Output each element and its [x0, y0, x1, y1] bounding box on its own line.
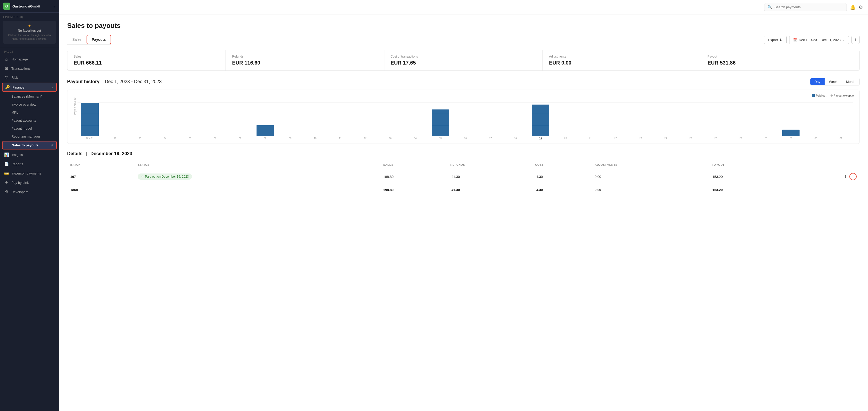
info-icon: i [855, 38, 856, 42]
sidebar-item-reporting-manager[interactable]: Reporting manager [0, 132, 59, 140]
bar-col[interactable] [253, 95, 277, 136]
x-axis-label: 25 [678, 137, 703, 139]
info-button[interactable]: i [851, 36, 860, 44]
total-actions [784, 184, 860, 196]
details-date: December 19, 2023 [90, 151, 132, 156]
bar-col[interactable] [428, 95, 453, 136]
x-axis-label: Dec 01 [78, 137, 102, 139]
sidebar-item-payout-model[interactable]: Payout model [0, 125, 59, 132]
sidebar-item-invoice-overview[interactable]: Invoice overview [0, 100, 59, 108]
bar-col[interactable] [128, 95, 152, 136]
export-button[interactable]: Export ⬇ [764, 36, 787, 44]
expand-row-button[interactable]: ⌄ [849, 173, 857, 180]
bar-col[interactable] [728, 95, 753, 136]
cell-sales: 198.80 [380, 169, 447, 184]
sidebar-item-sales-to-payouts[interactable]: Sales to payouts ☆ [2, 141, 57, 149]
shield-icon: 🛡 [4, 75, 9, 80]
payout-chart: Paid out Payout exception Payout amount … [67, 90, 860, 144]
x-axis-label: 28 [753, 137, 778, 139]
x-axis-label: 31 [829, 137, 853, 139]
bar-col[interactable] [628, 95, 653, 136]
bar-col[interactable] [153, 95, 178, 136]
x-axis-label: 07 [227, 137, 252, 139]
bar-col[interactable] [753, 95, 778, 136]
favorite-star-icon[interactable]: ☆ [51, 143, 54, 147]
favorites-box: ★ No favorites yet Click on the star on … [3, 21, 56, 44]
bar-col[interactable] [303, 95, 328, 136]
chart-inner: Dec 010203040506070809101112131415161718… [78, 95, 853, 139]
sidebar-item-risk[interactable]: 🛡 Risk [0, 73, 59, 82]
sidebar-item-label: Finance [12, 85, 48, 89]
sidebar-item-insights[interactable]: 📊 Insights [0, 150, 59, 159]
bar-col[interactable] [178, 95, 203, 136]
bar-col[interactable] [528, 95, 553, 136]
sidebar-item-mpl[interactable]: MPL [0, 108, 59, 116]
user-settings-icon[interactable]: ⚙ [859, 4, 863, 10]
brand-chevron-icon: ⌄ [53, 4, 56, 8]
cell-actions: ⬇ ⌄ [784, 169, 860, 184]
bar-col[interactable] [453, 95, 478, 136]
view-btn-week[interactable]: Week [825, 78, 842, 85]
bar-col[interactable] [403, 95, 428, 136]
details-section: Details | December 19, 2023 BATCH STATUS… [67, 151, 860, 196]
x-axis-label: 17 [478, 137, 503, 139]
bar-col[interactable] [778, 95, 803, 136]
bar-col[interactable] [829, 95, 853, 136]
download-icon[interactable]: ⬇ [844, 174, 847, 179]
bar-col[interactable] [653, 95, 678, 136]
bar-col[interactable] [603, 95, 628, 136]
summary-label: Adjustments [549, 55, 695, 58]
sidebar-item-developers[interactable]: ⚙ Developers [0, 187, 59, 197]
status-text: Paid out on December 19, 2023 [145, 175, 189, 178]
sidebar-item-balances[interactable]: Balances (Merchant) [0, 93, 59, 100]
col-cost: COST [532, 161, 592, 169]
x-axis-label: 24 [653, 137, 678, 139]
details-separator: | [86, 151, 87, 156]
bar-col[interactable] [378, 95, 403, 136]
sidebar-item-reports[interactable]: 📄 Reports [0, 159, 59, 169]
home-icon: ⌂ [4, 57, 9, 62]
view-btn-day[interactable]: Day [810, 78, 825, 85]
search-input[interactable] [774, 5, 843, 9]
sidebar-item-label: Homepage [11, 57, 55, 61]
bar-col[interactable] [227, 95, 252, 136]
bar-col[interactable] [578, 95, 603, 136]
tab-sales[interactable]: Sales [67, 35, 87, 45]
notifications-icon[interactable]: 🔔 [850, 4, 856, 10]
summary-row: Sales EUR 666.11 Refunds EUR 116.60 Cost… [67, 50, 860, 71]
sidebar-item-label: Pay by Link [11, 181, 55, 184]
bar-col[interactable] [478, 95, 503, 136]
bar-col[interactable] [704, 95, 728, 136]
sidebar-item-pay-by-link[interactable]: ✈ Pay by Link [0, 178, 59, 187]
view-btn-month[interactable]: Month [842, 78, 860, 85]
bar-col[interactable] [803, 95, 828, 136]
sidebar-item-homepage[interactable]: ⌂ Homepage [0, 55, 59, 64]
bar-col[interactable] [678, 95, 703, 136]
sidebar-item-finance[interactable]: 🔑 Finance ▲ [2, 82, 57, 92]
sidebar-header[interactable]: G GastronoviGmbH ⌄ [0, 0, 59, 13]
summary-value: EUR 531.86 [708, 60, 853, 66]
bar-col[interactable] [203, 95, 227, 136]
bar-col[interactable] [78, 95, 102, 136]
bar-col[interactable] [278, 95, 303, 136]
sidebar-item-payout-accounts[interactable]: Payout accounts [0, 116, 59, 125]
bar-col[interactable] [553, 95, 578, 136]
col-adjustments: ADJUSTMENTS [592, 161, 709, 169]
x-axis-label: 02 [102, 137, 127, 139]
bar-col[interactable] [353, 95, 378, 136]
summary-value: EUR 0.00 [549, 60, 695, 66]
bar-col[interactable] [503, 95, 528, 136]
bar [256, 125, 274, 136]
export-label: Export [768, 38, 778, 42]
bar-col[interactable] [102, 95, 127, 136]
tab-payouts[interactable]: Payouts [87, 35, 111, 44]
bar-col[interactable] [328, 95, 352, 136]
total-label: Total [67, 184, 134, 196]
col-actions [784, 161, 860, 169]
search-container[interactable]: 🔍 [764, 3, 847, 11]
date-range-picker[interactable]: 📅 Dec 1, 2023 – Dec 31, 2023 ⌄ [789, 36, 849, 44]
table-body: 107 ✓ Paid out on December 19, 2023 198.… [67, 169, 860, 184]
total-refunds: -41.30 [447, 184, 532, 196]
sidebar-item-in-person-payments[interactable]: 💳 In-person payments [0, 169, 59, 178]
sidebar-item-transactions[interactable]: ⊞ Transactions [0, 64, 59, 73]
